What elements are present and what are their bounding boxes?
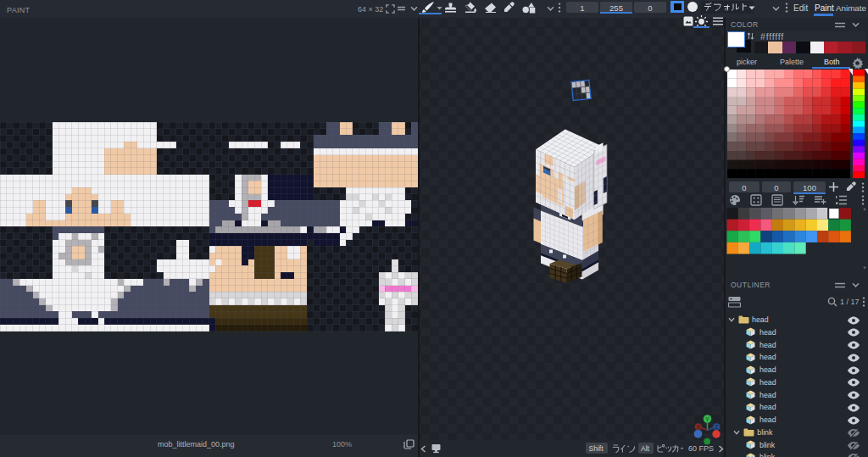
svg-text:Z: Z xyxy=(715,424,718,430)
svg-text:X: X xyxy=(697,424,701,430)
svg-text:Y: Y xyxy=(705,416,709,422)
